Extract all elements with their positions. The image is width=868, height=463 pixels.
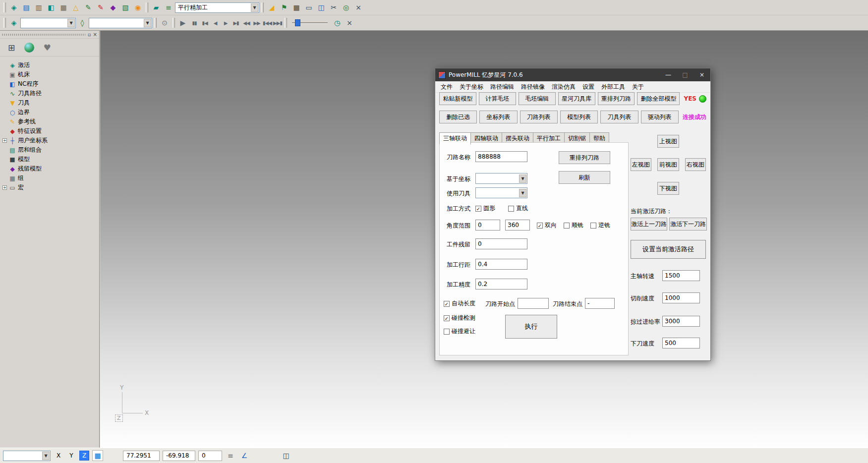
spindle-speed-input[interactable] [662, 270, 700, 281]
play-icon[interactable]: ▶ [177, 17, 189, 29]
expander[interactable] [2, 119, 7, 124]
step-forward-icon[interactable]: ▶ [221, 17, 231, 29]
x-axis-button[interactable]: X [54, 451, 63, 461]
panel-drag-grip[interactable] [2, 34, 86, 36]
toolbar-close-icon[interactable]: × [344, 17, 355, 29]
expander[interactable] [2, 110, 7, 115]
expander[interactable]: + [2, 138, 7, 143]
expander[interactable]: + [2, 185, 7, 190]
tab-3axis[interactable]: 三轴联动 [439, 132, 471, 145]
menu-render-sim[interactable]: 渲染仿真 [548, 83, 579, 91]
plunge-feed-input[interactable] [662, 338, 700, 348]
tree-item-tool[interactable]: ▼ 刀具 [2, 98, 99, 108]
brush-icon[interactable]: ◈ [8, 17, 20, 29]
measure-icon[interactable]: △ [70, 1, 82, 13]
list-icon[interactable]: ≡ [225, 450, 236, 461]
expander[interactable] [2, 157, 7, 162]
toolbar-grip[interactable] [3, 2, 6, 12]
post-icon[interactable]: ▦ [58, 1, 69, 13]
copy-icon[interactable]: ▧ [119, 1, 131, 13]
toolpath-select-dropdown[interactable]: ▼ [20, 18, 76, 28]
tree-item-macro[interactable]: + ▭ 宏 [2, 183, 99, 192]
tree-item-toolpath[interactable]: ∿ 刀具路径 [2, 89, 99, 98]
coord-dropdown[interactable]: ▼ [475, 173, 527, 184]
step-back-icon[interactable]: ◀ [210, 17, 220, 29]
activate-next-button[interactable]: 激活下一刀路 [669, 218, 707, 231]
calc-block-button[interactable]: 计算毛坯 [479, 92, 516, 105]
collision-check-checkbox[interactable]: ✓ 碰撞检测 [444, 314, 475, 322]
grid-toggle-icon[interactable]: ▦ [92, 450, 103, 461]
toolbar-grip[interactable] [154, 18, 157, 28]
panel-close-icon[interactable]: × [93, 32, 97, 37]
bidirectional-checkbox[interactable]: ✓ 双向 [537, 221, 557, 230]
activate-prev-button[interactable]: 激活上一刀路 [631, 218, 667, 231]
toolbar-grip[interactable] [285, 18, 287, 28]
scissors-icon[interactable]: ✂ [328, 1, 340, 13]
go-to-end-icon[interactable]: ▶▶▮ [273, 17, 283, 29]
calculator-icon[interactable]: ▦ [290, 1, 302, 13]
execute-button[interactable]: 执行 [505, 315, 557, 339]
cutting-feed-input[interactable] [662, 292, 700, 303]
start-point-input[interactable] [518, 298, 549, 309]
skim-feed-input[interactable] [662, 316, 700, 327]
tree-item-levels[interactable]: ▤ 层和组合 [2, 145, 99, 155]
block-edit-button[interactable]: 毛坯编辑 [519, 92, 556, 105]
expander[interactable] [2, 82, 7, 86]
end-point-input[interactable] [585, 298, 615, 309]
model-list-button[interactable]: 模型列表 [560, 111, 598, 123]
transform-icon[interactable]: ◆ [107, 1, 119, 13]
keypad-icon[interactable]: ▭ [303, 1, 315, 13]
climb-mill-checkbox[interactable]: 顺铣 [564, 221, 583, 230]
menu-external-tools[interactable]: 外部工具 [598, 83, 629, 91]
y-axis-button[interactable]: Y [66, 451, 76, 461]
coord-list-button[interactable]: 坐标列表 [479, 111, 517, 123]
tolerance-input[interactable] [475, 279, 527, 289]
tool-library-button[interactable]: 星河刀具库 [558, 92, 595, 105]
expander[interactable] [2, 101, 7, 105]
tree-item-nc-program[interactable]: ◧ NC程序 [2, 79, 99, 89]
angle-from-input[interactable] [475, 220, 500, 231]
conventional-mill-checkbox[interactable]: 逆铣 [590, 221, 610, 230]
toolpath-name-input[interactable] [475, 151, 527, 162]
save-icon[interactable]: ▤ [20, 1, 32, 13]
stepover-input[interactable] [475, 259, 527, 270]
tree-item-workplane[interactable]: + ┼ 用户坐标系 [2, 136, 99, 145]
tree-item-boundary[interactable]: ○ 边界 [2, 108, 99, 117]
rewind-icon[interactable]: ◀◀ [241, 17, 251, 29]
simulation-speed-slider[interactable] [292, 18, 328, 27]
toolbar-grip[interactable] [261, 2, 264, 12]
hammer-icon[interactable]: ◢ [266, 1, 278, 13]
rearrange-toolpaths-button[interactable]: 重排列刀路 [598, 92, 635, 105]
menu-file[interactable]: 文件 [437, 83, 456, 91]
lightbulb-icon[interactable]: ⊙ [159, 17, 171, 29]
view-front-button[interactable]: 前视图 [657, 158, 679, 171]
panel-pin-icon[interactable]: ▫ [88, 32, 91, 37]
brush-icon[interactable]: ▰ [150, 1, 162, 13]
drive-list-button[interactable]: 驱动列表 [641, 111, 679, 123]
menu-settings[interactable]: 设置 [579, 83, 598, 91]
collision-avoid-checkbox[interactable]: 碰撞避让 [444, 327, 475, 336]
maximize-button[interactable]: □ [677, 68, 694, 81]
delete-all-models-button[interactable]: 删除全部模型 [637, 92, 680, 105]
step-to-start-icon[interactable]: ▮◀ [200, 17, 210, 29]
fast-forward-icon[interactable]: ▶▶ [252, 17, 262, 29]
tree-item-group[interactable]: ▦ 组 [2, 174, 99, 183]
world-icon[interactable] [23, 41, 36, 54]
z-axis-button[interactable]: Z [79, 451, 89, 461]
clock-icon[interactable]: ◷ [331, 17, 343, 29]
menu-path-edit[interactable]: 路径编辑 [487, 83, 518, 91]
angle-to-input[interactable] [505, 220, 530, 231]
view-bottom-button[interactable]: 下视图 [657, 182, 679, 195]
go-to-start-icon[interactable]: ▮◀◀ [262, 17, 272, 29]
close-button[interactable]: × [694, 68, 710, 81]
strategy-list-icon[interactable]: ≡ [163, 1, 174, 13]
menu-about[interactable]: 关于 [629, 83, 647, 91]
toolpath-list-button[interactable]: 刀路列表 [520, 111, 558, 123]
tree-item-machine[interactable]: ▣ 机床 [2, 70, 99, 79]
tree-item-stock-model[interactable]: ◆ 残留模型 [2, 164, 99, 174]
tool-dropdown[interactable]: ▼ [475, 187, 527, 198]
tool-select-dropdown[interactable]: ▼ [89, 18, 152, 28]
expander[interactable] [2, 91, 7, 96]
delete-selected-button[interactable]: 删除已选 [439, 111, 477, 123]
expander[interactable] [2, 72, 7, 77]
